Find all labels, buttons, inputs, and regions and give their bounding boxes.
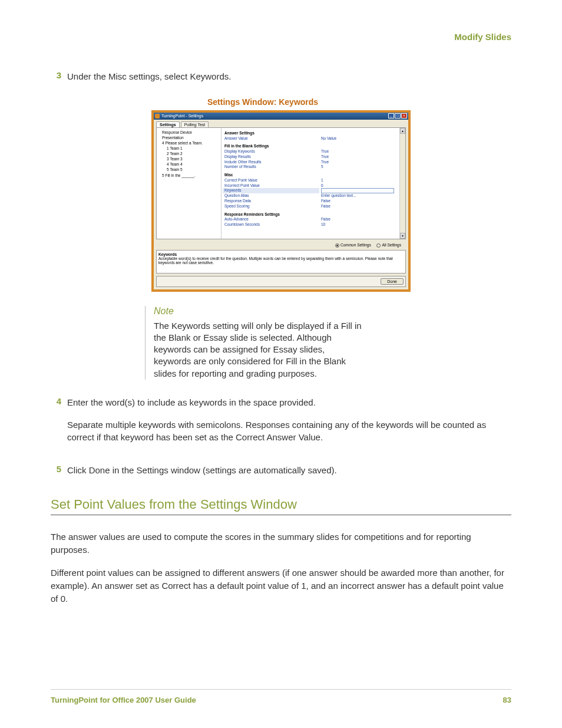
step-text-secra: Separate multiple keywords with semicolo… [67, 419, 511, 444]
step-text: Under the Misc settings, select Keywords… [67, 70, 511, 83]
grid-key[interactable]: Number of Results [223, 164, 319, 170]
body-paragraph: Different point values can be assigned t… [51, 566, 511, 605]
footer-doc-title: TurningPoint for Office 2007 User Guide [51, 696, 196, 704]
tree-item[interactable]: 5 Fill in the ______. [158, 173, 219, 178]
figure-caption: Settings Window: Keywords [51, 97, 511, 107]
scrollbar[interactable]: ▲ ▼ [399, 128, 405, 239]
tree-item[interactable]: 4 Team 4 [158, 162, 219, 167]
grid-key[interactable]: Answer Value [223, 136, 319, 141]
step-5: 5 Click Done in the Settings window (set… [51, 464, 511, 477]
grid-value: False [319, 217, 398, 222]
grid-key[interactable]: Display Keywords [223, 149, 319, 154]
step-number: 4 [51, 396, 67, 453]
maximize-icon[interactable]: □ [395, 113, 401, 118]
step-number: 3 [51, 70, 67, 83]
app-icon [155, 114, 160, 118]
note-body: The Keywords setting will only be displa… [154, 320, 363, 380]
grid-key[interactable]: Include Other Results [223, 160, 319, 165]
step-text: Enter the word(s) to include as keywords… [67, 396, 511, 409]
settings-tree: Response Device Presentation 4 Please se… [157, 128, 222, 239]
grid-header: Response Reminders Settings [223, 212, 319, 218]
grid-key[interactable]: Question Alias [223, 193, 319, 199]
grid-key[interactable]: Response Data [223, 199, 319, 204]
page-footer: TurningPoint for Office 2007 User Guide … [51, 689, 511, 704]
tree-item[interactable]: 3 Team 3 [158, 156, 219, 162]
footer-page-number: 83 [503, 696, 511, 704]
grid-key-keywords[interactable]: Keywords [223, 188, 319, 193]
grid-value: 10 [319, 222, 398, 228]
grid-key[interactable]: Display Results [223, 154, 319, 160]
section-title: Set Point Values from the Settings Windo… [51, 497, 511, 512]
grid-value: True [319, 154, 398, 160]
grid-key[interactable]: Countdown Seconds [223, 222, 319, 228]
window-title: TurningPoint - Settings [161, 114, 203, 118]
desc-body: Acceptable word(s) to receive credit for… [158, 256, 404, 265]
step-4: 4 Enter the word(s) to include as keywor… [51, 396, 511, 453]
step-text: Click Done in the Settings window (setti… [67, 464, 511, 477]
keywords-input[interactable] [321, 188, 395, 193]
grid-value: True [319, 160, 398, 165]
radio-all-settings[interactable]: All Settings [376, 243, 401, 247]
settings-grid: Answer Settings Answer ValueNo Value Fil… [222, 128, 405, 239]
settings-scope-radios: Common Settings All Settings [156, 242, 406, 249]
tab-settings[interactable]: Settings [156, 121, 180, 127]
grid-value: 5 [319, 164, 398, 170]
grid-key[interactable]: Speed Scoring [223, 204, 319, 209]
body-paragraph: The answer values are used to compute th… [51, 531, 511, 556]
tree-item[interactable]: 5 Team 5 [158, 167, 219, 172]
tree-item[interactable]: 4 Please select a Team. [158, 140, 219, 146]
grid-key[interactable]: Incorrect Point Value [223, 183, 319, 189]
note-block: Note The Keywords setting will only be d… [145, 306, 363, 380]
desc-title: Keywords [158, 252, 404, 256]
section-rule [51, 515, 511, 515]
done-button[interactable]: Done [381, 278, 404, 285]
radio-common-settings[interactable]: Common Settings [335, 243, 371, 247]
grid-value: True [319, 149, 398, 154]
grid-value: False [319, 204, 398, 209]
note-title: Note [154, 306, 363, 317]
step-number: 5 [51, 464, 67, 477]
grid-value: 1 [319, 178, 398, 183]
step-3: 3 Under the Misc settings, select Keywor… [51, 70, 511, 83]
tree-item[interactable]: 2 Team 2 [158, 151, 219, 156]
grid-header: Fill in the Blank Settings [223, 144, 319, 149]
tree-item[interactable]: 1 Team 1 [158, 146, 219, 151]
settings-window-screenshot: TurningPoint - Settings _ □ × Settings P… [151, 110, 411, 292]
grid-value: Enter question text... [319, 193, 398, 199]
tree-item[interactable]: Response Device [158, 130, 219, 135]
window-titlebar: TurningPoint - Settings _ □ × [154, 113, 408, 120]
grid-key[interactable]: Correct Point Value [223, 178, 319, 183]
grid-key[interactable]: Auto-Advance [223, 217, 319, 222]
close-icon[interactable]: × [401, 113, 407, 118]
scroll-up-icon[interactable]: ▲ [400, 128, 405, 134]
minimize-icon[interactable]: _ [388, 113, 394, 118]
scroll-down-icon[interactable]: ▼ [400, 233, 405, 239]
grid-header: Misc [223, 173, 319, 178]
setting-description-panel: Keywords Acceptable word(s) to receive c… [156, 250, 406, 274]
tree-item[interactable]: Presentation [158, 135, 219, 140]
grid-header: Answer Settings [223, 131, 319, 136]
grid-value: No Value [319, 136, 398, 141]
grid-value: 0 [319, 183, 398, 189]
tab-polling-test[interactable]: Polling Test [181, 121, 209, 127]
grid-value: False [319, 199, 398, 204]
page-section-header: Modify Slides [51, 32, 511, 42]
